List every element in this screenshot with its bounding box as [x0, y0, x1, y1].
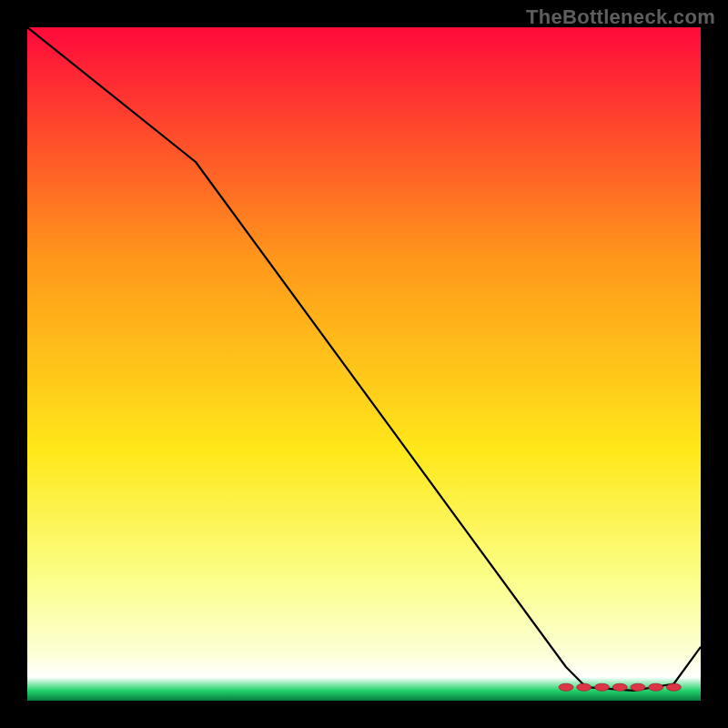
- valley-marker: [666, 683, 681, 691]
- valley-marker: [631, 683, 645, 691]
- chart-svg: [27, 27, 701, 701]
- valley-marker: [559, 683, 573, 691]
- watermark-text: TheBottleneck.com: [526, 5, 715, 29]
- valley-marker: [595, 683, 610, 691]
- valley-marker: [577, 683, 592, 691]
- gradient-background: [27, 27, 701, 701]
- valley-marker: [612, 683, 627, 691]
- plot-area: [27, 27, 701, 701]
- chart-frame: TheBottleneck.com: [0, 0, 728, 728]
- valley-marker: [649, 683, 663, 691]
